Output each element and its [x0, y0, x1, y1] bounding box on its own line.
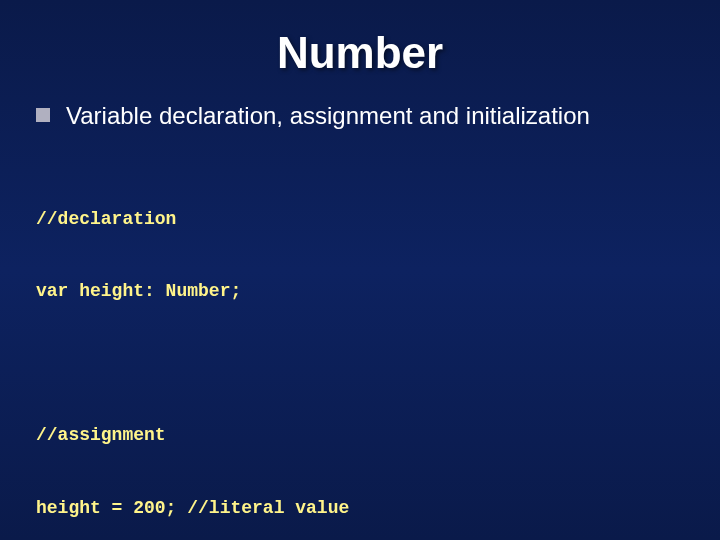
- code-line: //assignment: [36, 423, 700, 447]
- code-block-assignment: //assignment height = 200; //literal val…: [0, 374, 720, 540]
- square-bullet-icon: [36, 108, 50, 122]
- code-line: height = 200; //literal value: [36, 496, 700, 520]
- code-block-declaration: //declaration var height: Number;: [0, 158, 720, 352]
- slide-title: Number: [0, 0, 720, 102]
- slide: Number Variable declaration, assignment …: [0, 0, 720, 540]
- code-line: var height: Number;: [36, 279, 700, 303]
- bullet-text: Variable declaration, assignment and ini…: [66, 102, 590, 130]
- code-line: //declaration: [36, 207, 700, 231]
- bullet-item: Variable declaration, assignment and ini…: [0, 102, 720, 130]
